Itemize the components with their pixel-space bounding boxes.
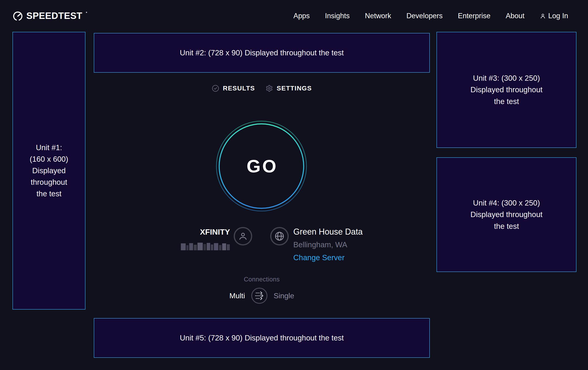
login-label: Log In bbox=[548, 12, 568, 20]
tab-settings-label: SETTINGS bbox=[277, 85, 312, 92]
person-icon bbox=[238, 231, 248, 241]
check-circle-icon bbox=[212, 85, 219, 92]
login-link[interactable]: Log In bbox=[540, 12, 568, 20]
masked-ip-text bbox=[181, 242, 230, 250]
tab-results[interactable]: RESULTS bbox=[212, 85, 255, 92]
nav-item-developers[interactable]: Developers bbox=[407, 12, 443, 20]
logo-text: SPEEDTEST bbox=[26, 10, 82, 21]
user-icon bbox=[540, 13, 546, 19]
header: SPEEDTEST Apps Insights Network Develope… bbox=[0, 0, 588, 32]
connection-mode-toggle[interactable] bbox=[251, 287, 268, 304]
logo[interactable]: SPEEDTEST bbox=[12, 10, 87, 21]
ad-unit-2: Unit #2: (728 x 90) Displayed throughout… bbox=[94, 33, 430, 73]
nav-item-network[interactable]: Network bbox=[365, 12, 391, 20]
ad-unit-3-text: Unit #3: (300 x 250) Displayed throughou… bbox=[471, 72, 543, 107]
connections-row: Multi Single bbox=[94, 287, 430, 304]
isp-user-icon bbox=[234, 227, 252, 245]
go-button[interactable]: GO bbox=[215, 120, 308, 212]
server-info: Green House Data Bellingham, WA Change S… bbox=[293, 227, 363, 262]
connections-label: Connections bbox=[94, 276, 430, 283]
server-globe-icon bbox=[270, 227, 289, 245]
ad-unit-2-text: Unit #2: (728 x 90) Displayed throughout… bbox=[180, 47, 344, 59]
gear-icon bbox=[266, 85, 273, 92]
ad-unit-1-text: Unit #1: (160 x 600) Displayed throughou… bbox=[30, 142, 68, 200]
nav-item-enterprise[interactable]: Enterprise bbox=[458, 12, 490, 20]
connection-mode-single[interactable]: Single bbox=[274, 291, 294, 300]
server-name: Green House Data bbox=[293, 227, 363, 237]
connection-mode-multi[interactable]: Multi bbox=[229, 291, 245, 300]
change-server-link[interactable]: Change Server bbox=[293, 253, 345, 262]
nav-item-about[interactable]: About bbox=[506, 12, 525, 20]
tab-results-label: RESULTS bbox=[223, 85, 255, 92]
ad-unit-5-text: Unit #5: (728 x 90) Displayed throughout… bbox=[180, 332, 344, 344]
ad-unit-1: Unit #1: (160 x 600) Displayed throughou… bbox=[12, 32, 85, 310]
nav-item-apps[interactable]: Apps bbox=[293, 12, 310, 20]
multi-connection-arrows-icon bbox=[251, 287, 268, 304]
go-button-label: GO bbox=[215, 120, 308, 212]
trademark-dot bbox=[86, 12, 87, 13]
view-tabs: RESULTS SETTINGS bbox=[94, 83, 430, 94]
server-location: Bellingham, WA bbox=[293, 240, 363, 249]
ad-unit-4: Unit #4: (300 x 250) Displayed throughou… bbox=[437, 157, 577, 272]
main-nav: Apps Insights Network Developers Enterpr… bbox=[293, 12, 568, 20]
ad-unit-5: Unit #5: (728 x 90) Displayed throughout… bbox=[94, 318, 430, 358]
speedometer-logo-icon bbox=[12, 11, 23, 21]
ad-unit-4-text: Unit #4: (300 x 250) Displayed throughou… bbox=[471, 197, 543, 232]
isp-name: XFINITY bbox=[148, 228, 230, 236]
ad-unit-3: Unit #3: (300 x 250) Displayed throughou… bbox=[437, 32, 577, 148]
tab-settings[interactable]: SETTINGS bbox=[266, 85, 312, 92]
nav-item-insights[interactable]: Insights bbox=[325, 12, 350, 20]
globe-icon bbox=[274, 231, 285, 241]
